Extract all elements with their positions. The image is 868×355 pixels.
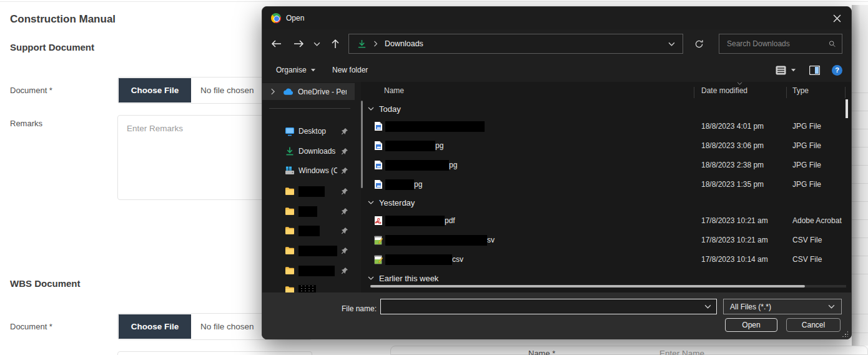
- support-choose-file-button[interactable]: Choose File: [119, 78, 191, 102]
- view-mode-button[interactable]: [776, 58, 786, 82]
- file-row[interactable]: pg 18/8/2023 1:35 pm JPG File: [366, 175, 847, 194]
- view-dropdown-button[interactable]: [791, 58, 796, 82]
- file-date: 17/8/2023 10:14 am: [701, 255, 768, 264]
- background-form-card: [390, 346, 868, 355]
- download-icon: [285, 146, 295, 156]
- wbs-choose-file-button[interactable]: Choose File: [119, 314, 191, 339]
- file-date: 18/8/2023 2:38 pm: [701, 161, 764, 169]
- back-button[interactable]: [267, 34, 286, 53]
- folder-icon: [285, 246, 295, 256]
- sidebar-item-folder[interactable]: [262, 183, 355, 199]
- group-chevron-icon: [368, 201, 374, 204]
- dialog-content: OneDrive - Pers Desktop Downloads: [262, 82, 851, 292]
- breadcrumb-location[interactable]: Downloads: [385, 39, 423, 48]
- page-top-border: [0, 1, 868, 2]
- group-label: Yesterday: [379, 198, 415, 208]
- resize-grip[interactable]: [842, 331, 848, 337]
- redacted-folder-name: [298, 266, 335, 276]
- csv-file-icon: [374, 235, 383, 245]
- redacted-folder-name: [298, 206, 317, 217]
- cancel-button[interactable]: Cancel: [786, 318, 841, 332]
- file-row[interactable]: pg 18/8/2023 3:06 pm JPG File: [366, 136, 847, 155]
- sidebar-item-folder[interactable]: [262, 203, 355, 219]
- close-icon: [833, 14, 841, 22]
- search-input[interactable]: [719, 39, 829, 48]
- folder-icon: [285, 226, 295, 236]
- dialog-footer: File name: All Files (*.*) Open Cancel: [262, 292, 851, 339]
- forward-button[interactable]: [289, 34, 308, 53]
- address-bar[interactable]: Downloads: [348, 34, 683, 54]
- dialog-title: Open: [286, 14, 304, 22]
- column-date-modified[interactable]: Date modified: [701, 86, 747, 95]
- sidebar-item-desktop[interactable]: Desktop: [262, 123, 355, 139]
- sidebar-item-folder[interactable]: [262, 222, 355, 239]
- group-header-yesterday[interactable]: Yesterday: [366, 194, 847, 211]
- redacted-folder-name: [298, 246, 337, 256]
- preview-pane-icon: [809, 66, 820, 75]
- filetype-dropdown-icon: [828, 304, 835, 309]
- recent-locations-button[interactable]: [310, 34, 323, 53]
- details-view-icon: [776, 66, 786, 75]
- sidebar-item-folder[interactable]: [262, 282, 355, 292]
- filename-dropdown-icon: [704, 304, 711, 309]
- file-name-suffix: pg: [449, 161, 457, 169]
- horizontal-scrollbar-thumb[interactable]: [370, 285, 805, 288]
- file-type-value: All Files (*.*): [730, 302, 771, 311]
- close-button[interactable]: [824, 8, 850, 28]
- support-remarks-label: Remarks: [10, 119, 42, 128]
- open-button[interactable]: Open: [725, 318, 777, 332]
- file-name-input[interactable]: [381, 302, 704, 311]
- wbs-document-heading: WBS Document: [10, 278, 81, 289]
- group-header-today[interactable]: Today: [366, 101, 847, 117]
- sidebar-item-folder[interactable]: [262, 242, 355, 259]
- onedrive-chevron-icon: [270, 88, 275, 95]
- up-icon: [331, 39, 340, 49]
- vertical-scrollbar-thumb[interactable]: [846, 99, 848, 118]
- refresh-icon: [694, 39, 704, 49]
- dialog-titlebar[interactable]: Open: [262, 7, 851, 29]
- folder-icon: [285, 186, 295, 196]
- up-button[interactable]: [326, 34, 345, 53]
- wbs-remarks-field[interactable]: [117, 351, 312, 355]
- forward-icon: [293, 39, 304, 48]
- group-header-earlier-this-week[interactable]: Earlier this week: [366, 270, 847, 286]
- file-type-select[interactable]: All Files (*.*): [723, 299, 842, 314]
- file-row[interactable]: csv 17/8/2023 10:14 am CSV File: [366, 250, 847, 269]
- file-name-suffix: pdf: [445, 216, 455, 225]
- jpg-file-icon: [374, 179, 383, 189]
- file-type: Adobe Acrobat: [792, 216, 842, 225]
- column-type[interactable]: Type: [792, 86, 809, 95]
- redacted-file-name: [385, 179, 414, 190]
- column-name[interactable]: Name: [384, 86, 404, 95]
- help-button[interactable]: ?: [832, 58, 842, 82]
- sidebar-scrollbar[interactable]: [361, 101, 363, 188]
- file-name-label: File name:: [337, 304, 377, 313]
- file-date: 18/8/2023 3:06 pm: [701, 141, 764, 150]
- horizontal-scrollbar[interactable]: [370, 285, 846, 288]
- file-row[interactable]: sv 17/8/2023 10:21 am CSV File: [366, 231, 847, 249]
- file-name-suffix: sv: [487, 236, 495, 244]
- new-folder-button[interactable]: New folder: [332, 58, 368, 82]
- folder-icon: [285, 266, 295, 276]
- sidebar-item-windows-c[interactable]: Windows (C:: [262, 162, 355, 179]
- sidebar-item-downloads[interactable]: Downloads: [262, 143, 355, 159]
- support-document-heading: Support Document: [10, 42, 94, 52]
- file-name-combobox[interactable]: [380, 299, 717, 314]
- refresh-button[interactable]: [689, 34, 708, 53]
- dialog-shadow-strip: [852, 5, 861, 346]
- organise-menu[interactable]: Organise: [276, 58, 316, 82]
- file-row[interactable]: 18/8/2023 4:01 pm JPG File: [366, 117, 847, 136]
- group-label: Earlier this week: [379, 274, 438, 283]
- file-row[interactable]: pdf 17/8/2023 10:21 am Adobe Acrobat: [366, 211, 847, 230]
- file-type: JPG File: [792, 180, 821, 189]
- search-box[interactable]: [719, 34, 842, 54]
- redacted-file-name: [385, 254, 452, 265]
- sidebar-item-onedrive[interactable]: OneDrive - Pers: [262, 83, 355, 100]
- preview-pane-button[interactable]: [809, 58, 820, 82]
- folder-icon: [285, 206, 295, 216]
- dialog-commandbar: Organise New folder ?: [262, 58, 851, 82]
- search-icon: [829, 39, 836, 48]
- sidebar-item-folder[interactable]: [262, 262, 355, 279]
- file-name-suffix: pg: [414, 180, 422, 189]
- file-row[interactable]: pg 18/8/2023 2:38 pm JPG File: [366, 156, 847, 174]
